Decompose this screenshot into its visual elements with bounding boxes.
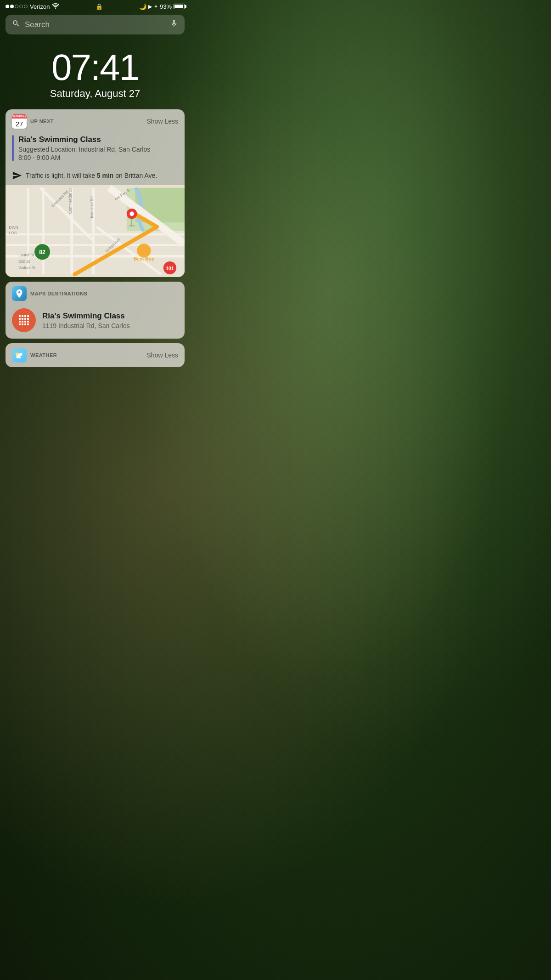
svg-text:Walnut St: Walnut St <box>18 266 35 270</box>
svg-rect-48 <box>19 323 21 325</box>
svg-text:101: 101 <box>166 266 174 271</box>
signal-dot-5 <box>24 5 28 8</box>
svg-rect-44 <box>19 321 21 323</box>
cal-day-number: 27 <box>12 119 27 129</box>
svg-rect-40 <box>19 318 21 320</box>
clock-section: 07:41 Saturday, August 27 <box>0 40 190 107</box>
battery-icon <box>174 4 185 9</box>
weather-app-icon <box>12 348 27 363</box>
destination-details: Ria's Swimming Class 1119 Industrial Rd,… <box>42 312 178 329</box>
clock-time: 07:41 <box>0 49 190 86</box>
svg-rect-37 <box>22 315 23 317</box>
svg-text:Elm St: Elm St <box>18 259 30 264</box>
svg-text:82: 82 <box>39 249 45 255</box>
maps-header: MAPS DESTINATIONS <box>6 282 185 304</box>
event-time: 8:00 - 9:00 AM <box>18 154 178 161</box>
event-stripe <box>12 135 14 161</box>
svg-text:Laurel St: Laurel St <box>18 253 34 257</box>
svg-text:Industrial Rd: Industrial Rd <box>90 196 94 218</box>
svg-rect-49 <box>22 323 23 325</box>
svg-rect-42 <box>24 318 26 320</box>
svg-rect-38 <box>24 315 26 317</box>
clock-date: Saturday, August 27 <box>0 88 190 100</box>
destination-icon-circle <box>12 308 36 332</box>
calendar-app-icon: Saturday 27 <box>12 114 27 129</box>
svg-point-33 <box>129 212 134 216</box>
svg-rect-41 <box>22 318 23 320</box>
search-bar[interactable]: Search <box>6 15 185 34</box>
destination-name: Ria's Swimming Class <box>42 312 178 321</box>
lock-icon: 🔒 <box>96 3 103 10</box>
carrier-name: Verizon <box>30 3 50 10</box>
bluetooth-icon: ✴ <box>154 4 158 10</box>
svg-rect-5 <box>6 244 185 246</box>
status-center: 🔒 <box>96 3 103 10</box>
event-location: Suggested Location: Industrial Rd, San C… <box>18 146 178 153</box>
svg-rect-50 <box>24 323 26 325</box>
maps-destinations-card: MAPS DESTINATIONS <box>6 282 185 339</box>
svg-text:Best Buy: Best Buy <box>134 256 154 261</box>
cal-day-name: Saturday <box>12 115 27 118</box>
location-icon: ▶ <box>148 4 152 10</box>
svg-rect-43 <box>27 318 29 320</box>
svg-point-55 <box>16 352 18 355</box>
map-svg: 82 101 Best Buy Bransten Rd Commercial S… <box>6 185 185 277</box>
svg-rect-45 <box>22 321 23 323</box>
svg-text:DWN: DWN <box>9 225 18 230</box>
signal-dot-3 <box>15 5 18 8</box>
moon-icon: 🌙 <box>139 3 146 10</box>
destination-calendar-icon <box>17 313 31 327</box>
battery-percent: 93% <box>160 3 172 10</box>
weather-icon-inner <box>12 348 27 363</box>
weather-show-less-button[interactable]: Show Less <box>147 351 178 359</box>
wifi-icon <box>52 3 59 10</box>
event-details: Ria's Swimming Class Suggested Location:… <box>18 135 178 161</box>
weather-sun-cloud-icon <box>15 351 24 360</box>
svg-rect-7 <box>42 188 45 274</box>
svg-text:LOS: LOS <box>9 231 17 235</box>
cal-top: Saturday <box>12 114 27 119</box>
destination-item: Ria's Swimming Class 1119 Industrial Rd,… <box>6 304 185 339</box>
svg-point-54 <box>19 353 22 356</box>
svg-text:Commercial St: Commercial St <box>68 188 73 214</box>
up-next-show-less-button[interactable]: Show Less <box>147 118 178 125</box>
maps-header-title: MAPS DESTINATIONS <box>30 291 87 296</box>
map-container[interactable]: 82 101 Best Buy Bransten Rd Commercial S… <box>6 185 185 277</box>
event-content: Ria's Swimming Class Suggested Location:… <box>6 131 185 167</box>
signal-dot-1 <box>6 5 9 8</box>
svg-rect-47 <box>27 321 29 323</box>
navigation-icon <box>12 170 22 181</box>
maps-icon-inner <box>12 286 27 301</box>
status-bar: Verizon 🔒 🌙 ▶ ✴ 93% <box>0 0 190 12</box>
svg-rect-46 <box>24 321 26 323</box>
maps-app-icon <box>12 286 27 301</box>
svg-rect-53 <box>16 357 21 358</box>
status-left: Verizon <box>6 3 59 10</box>
svg-rect-51 <box>27 323 29 325</box>
event-title: Ria's Swimming Class <box>18 135 178 144</box>
destination-address: 1119 Industrial Rd, San Carlos <box>42 322 178 329</box>
traffic-row: Traffic is light. It will take 5 min on … <box>6 167 185 185</box>
status-right: 🌙 ▶ ✴ 93% <box>139 3 185 10</box>
weather-header: WEATHER Show Less <box>6 343 185 367</box>
signal-dot-2 <box>10 5 14 8</box>
mic-icon <box>170 19 178 30</box>
up-next-header: Saturday 27 UP NEXT Show Less <box>6 109 185 131</box>
search-placeholder: Search <box>25 20 165 29</box>
search-icon <box>12 19 20 30</box>
signal-dot-4 <box>19 5 23 8</box>
svg-rect-36 <box>19 315 21 317</box>
svg-rect-4 <box>6 233 185 236</box>
up-next-card: Saturday 27 UP NEXT Show Less Ria's Swim… <box>6 109 185 277</box>
up-next-title: UP NEXT <box>30 119 143 124</box>
svg-point-20 <box>137 244 151 257</box>
notifications-list: Saturday 27 UP NEXT Show Less Ria's Swim… <box>0 107 190 370</box>
weather-header-title: WEATHER <box>30 352 143 358</box>
traffic-text: Traffic is light. It will take 5 min on … <box>26 172 157 179</box>
signal-dots <box>6 5 28 8</box>
weather-card: WEATHER Show Less <box>6 343 185 367</box>
svg-rect-39 <box>27 315 29 317</box>
